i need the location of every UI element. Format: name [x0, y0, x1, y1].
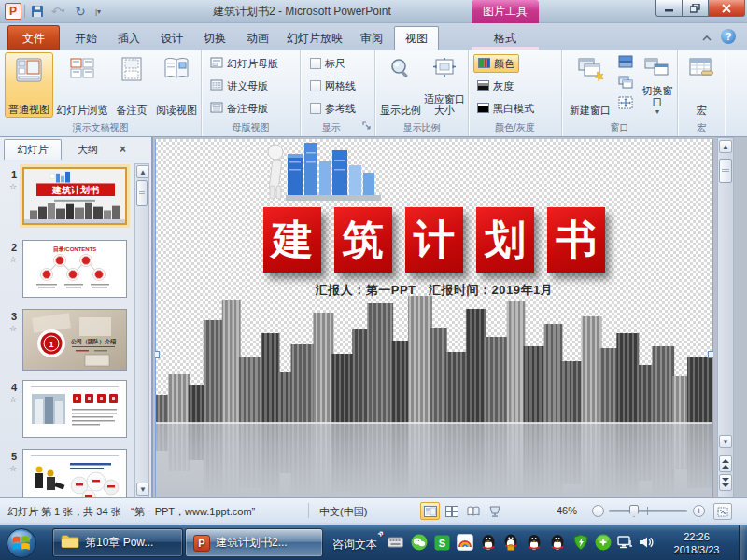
- animation-star-icon[interactable]: ☆: [0, 182, 17, 191]
- zoom-out-icon[interactable]: −: [592, 505, 604, 517]
- pane-scroll-down-icon[interactable]: ▼: [136, 483, 149, 496]
- customize-quick-access-icon[interactable]: |▾: [92, 3, 105, 20]
- slide-master-button[interactable]: 幻灯片母版: [206, 54, 282, 73]
- normal-view-button[interactable]: 普通视图: [5, 52, 53, 118]
- show-desktop-button[interactable]: [739, 525, 747, 560]
- slide-thumbnail-item[interactable]: 5 ☆: [0, 447, 149, 497]
- pane-scroll-up-icon[interactable]: ▲: [136, 165, 149, 178]
- arrange-all-icon[interactable]: [618, 55, 633, 71]
- language-toolbar-label[interactable]: 咨询文本: [332, 537, 377, 553]
- guides-checkbox-box[interactable]: [310, 103, 321, 114]
- reading-view-button[interactable]: 阅读视图: [154, 52, 199, 118]
- close-pane-icon[interactable]: ×: [120, 143, 126, 156]
- slideshow-toggle[interactable]: [485, 502, 504, 520]
- normal-view-toggle[interactable]: [420, 502, 440, 520]
- selection-handle-left[interactable]: [155, 351, 160, 358]
- animation-star-icon[interactable]: ☆: [0, 464, 17, 473]
- slide-thumbnail-item[interactable]: 3 ☆ 1 公司（团队）介绍: [0, 307, 149, 376]
- restore-button[interactable]: [682, 0, 709, 17]
- handout-master-button[interactable]: 讲义母版: [206, 77, 272, 95]
- slide-sorter-toggle[interactable]: [442, 502, 461, 520]
- switch-windows-button[interactable]: 切换窗口 ▼: [639, 52, 676, 118]
- pane-scroll-thumb[interactable]: [136, 180, 148, 206]
- taskbar-folder-button[interactable]: 第10章 Pow...: [52, 528, 183, 557]
- guides-checkbox[interactable]: 参考线: [306, 99, 359, 118]
- tab-file[interactable]: 文件: [7, 25, 60, 50]
- gridlines-checkbox[interactable]: 网格线: [306, 77, 359, 95]
- minimize-button[interactable]: [655, 0, 683, 17]
- previous-slide-icon[interactable]: [719, 455, 732, 472]
- macros-button[interactable]: 宏: [683, 52, 720, 118]
- slide-subtitle[interactable]: 汇报人：第一PPT 汇报时间：2019年1月: [155, 282, 713, 299]
- tab-review[interactable]: 审阅: [351, 26, 392, 50]
- slide-thumbnail-item[interactable]: 1 ☆ 建筑计划书: [0, 165, 149, 231]
- wechat-icon[interactable]: [411, 534, 428, 551]
- tab-transitions[interactable]: 切换: [194, 26, 235, 50]
- redo-icon[interactable]: ↻: [73, 3, 88, 20]
- animation-star-icon[interactable]: ☆: [0, 395, 17, 404]
- tab-outline[interactable]: 大纲: [63, 139, 112, 160]
- zoom-slider-thumb[interactable]: [629, 505, 639, 517]
- ruler-checkbox-box[interactable]: [310, 58, 321, 69]
- slide-sorter-button[interactable]: 幻灯片浏览: [55, 52, 109, 118]
- language-indicator[interactable]: 中文(中国): [319, 505, 367, 519]
- notes-page-button[interactable]: 备注页: [111, 52, 152, 118]
- zoom-button[interactable]: 显示比例: [379, 52, 422, 118]
- canvas-scrollbar[interactable]: ▲ ▼: [717, 137, 734, 497]
- zoom-in-icon[interactable]: +: [693, 505, 705, 517]
- selection-handle-right[interactable]: [708, 351, 713, 358]
- qq-icon[interactable]: [526, 534, 543, 551]
- volume-icon[interactable]: [638, 534, 655, 551]
- tab-view[interactable]: 视图: [394, 26, 439, 50]
- scroll-up-icon[interactable]: ▲: [719, 140, 732, 153]
- keyboard-icon[interactable]: [387, 534, 403, 551]
- pane-scrollbar[interactable]: ▲ ▼: [134, 163, 149, 497]
- tab-animations[interactable]: 动画: [237, 26, 278, 50]
- tab-format[interactable]: 格式: [472, 26, 539, 50]
- rainbow-browser-icon[interactable]: [457, 534, 473, 551]
- notes-master-button[interactable]: 备注母版: [206, 99, 272, 118]
- slide-thumbnail-item[interactable]: 2 ☆ 目录/CONTENTS: [0, 238, 149, 303]
- close-button[interactable]: [708, 0, 745, 17]
- show-dialog-launcher-icon[interactable]: [362, 120, 372, 133]
- tab-insert[interactable]: 插入: [108, 26, 149, 50]
- slide-thumbnail-item[interactable]: 4 ☆: [0, 378, 149, 443]
- antivirus-ball-icon[interactable]: [595, 534, 612, 551]
- next-slide-icon[interactable]: [719, 474, 732, 491]
- collapse-ribbon-icon[interactable]: [702, 31, 712, 44]
- black-white-button[interactable]: 黑白模式: [473, 99, 538, 118]
- tab-design[interactable]: 设计: [151, 26, 192, 50]
- tab-slideshow[interactable]: 幻灯片放映: [280, 26, 349, 50]
- zoom-slider[interactable]: [609, 510, 687, 512]
- ruler-checkbox[interactable]: 标尺: [306, 54, 349, 73]
- qq-icon[interactable]: [549, 534, 566, 551]
- taskbar-clock[interactable]: 22:26 2018/3/23: [659, 530, 734, 556]
- tab-slides[interactable]: 幻灯片: [4, 139, 62, 160]
- scroll-down-icon[interactable]: ▼: [719, 435, 732, 448]
- undo-icon[interactable]: ↶▾: [49, 3, 67, 20]
- help-icon[interactable]: ?: [721, 29, 736, 44]
- slide-4-thumbnail[interactable]: [22, 380, 127, 438]
- animation-star-icon[interactable]: ☆: [0, 324, 17, 333]
- powerpoint-app-icon[interactable]: P: [5, 3, 21, 20]
- slide-2-thumbnail[interactable]: 目录/CONTENTS: [22, 240, 127, 298]
- fit-slide-to-window-icon[interactable]: [713, 503, 732, 520]
- slide-5-thumbnail[interactable]: [22, 449, 127, 497]
- qq-icon[interactable]: [480, 534, 497, 551]
- save-icon[interactable]: [29, 3, 46, 20]
- scroll-thumb[interactable]: [719, 159, 732, 183]
- grayscale-button[interactable]: 灰度: [473, 77, 517, 95]
- slide-title[interactable]: 建 筑 计 划 书: [155, 207, 713, 273]
- slide-1-thumbnail[interactable]: 建筑计划书: [22, 167, 127, 225]
- sogou-icon[interactable]: S: [433, 534, 450, 551]
- animation-star-icon[interactable]: ☆: [0, 255, 17, 264]
- qq-briefcase-icon[interactable]: [502, 534, 519, 551]
- start-button[interactable]: [6, 527, 37, 559]
- slide-3-thumbnail[interactable]: 1 公司（团队）介绍: [22, 309, 127, 371]
- cascade-windows-icon[interactable]: [618, 76, 633, 91]
- fit-to-window-button[interactable]: 适应窗口大小: [422, 52, 467, 118]
- security-shield-icon[interactable]: [572, 534, 589, 551]
- new-window-button[interactable]: 新建窗口: [566, 52, 614, 118]
- slide-canvas[interactable]: 建 筑 计 划 书 汇报人：第一PPT 汇报时间：2019年1月: [155, 139, 713, 497]
- tab-home[interactable]: 开始: [65, 26, 106, 50]
